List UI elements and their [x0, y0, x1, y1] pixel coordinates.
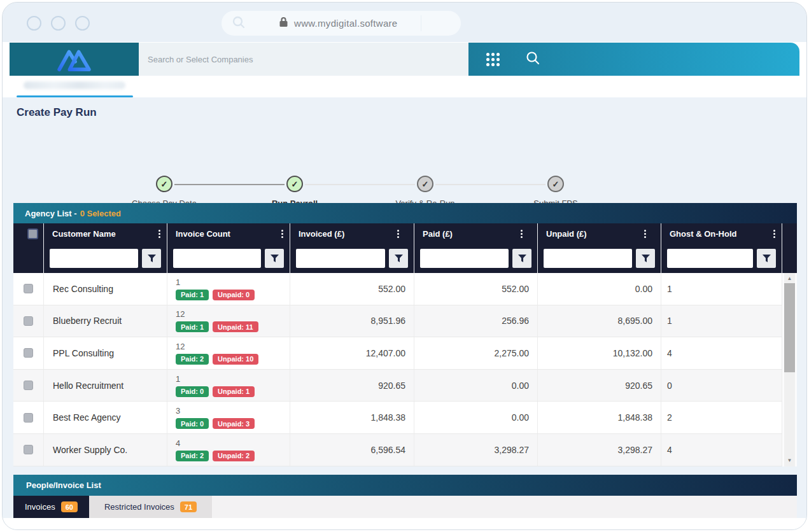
filter-button-invoiced[interactable] — [389, 249, 408, 268]
filter-input-customer-name[interactable] — [50, 249, 138, 268]
step-check-icon: ✓ — [156, 176, 172, 192]
column-menu-icon[interactable] — [158, 230, 160, 238]
column-header-invoice-count[interactable]: Invoice Count — [167, 223, 290, 244]
filter-button-paid[interactable] — [512, 249, 531, 268]
browser-window: www.mydigital.software Search or Select … — [2, 2, 807, 530]
tab-invoices[interactable]: Invoices 60 — [13, 496, 89, 518]
address-bar[interactable]: www.mydigital.software — [222, 11, 461, 36]
filter-input-paid[interactable] — [420, 249, 509, 268]
filter-input-unpaid[interactable] — [544, 249, 632, 268]
filter-button-customer-name[interactable] — [142, 249, 161, 268]
paid-badge: Paid: 0 — [176, 418, 209, 429]
table-row[interactable]: Worker Supply Co. 4 Paid: 2Unpaid: 2 6,5… — [13, 434, 782, 466]
scroll-up-icon[interactable]: ▲ — [784, 274, 795, 283]
agency-list-header: Agency List - 0 Selected — [13, 203, 797, 223]
column-header-paid[interactable]: Paid (£) — [414, 223, 538, 244]
filter-input-invoiced[interactable] — [296, 249, 385, 268]
company-search-input[interactable]: Search or Select Companies — [139, 43, 468, 76]
filter-input-ghost-onhold[interactable] — [667, 249, 753, 268]
unpaid-badge: Unpaid: 0 — [213, 290, 255, 300]
row-checkbox[interactable] — [24, 445, 33, 454]
table-row[interactable]: Best Rec Agency 3 Paid: 0Unpaid: 3 1,848… — [13, 402, 782, 434]
step-check-icon: ✓ — [417, 176, 433, 192]
step-check-icon: ✓ — [547, 176, 564, 192]
app-header: Search or Select Companies — [10, 43, 799, 76]
column-header-invoiced[interactable]: Invoiced (£) — [290, 223, 414, 244]
column-menu-icon[interactable] — [644, 230, 646, 238]
browser-chrome: www.mydigital.software — [3, 3, 806, 42]
row-checkbox[interactable] — [24, 348, 33, 358]
invoices-count-badge: 60 — [61, 501, 78, 512]
agency-list-panel: Agency List - 0 Selected Customer Name I… — [13, 203, 797, 466]
table-row[interactable]: Hello Recruitment 1 Paid: 0Unpaid: 1 920… — [13, 370, 782, 402]
unpaid-badge: Unpaid: 3 — [213, 418, 255, 429]
page-content: Create Pay Run ✓ Choose Pay Date ✓ Run P… — [3, 97, 806, 529]
address-bar-divider — [421, 15, 421, 31]
address-search-icon — [232, 15, 246, 32]
scroll-down-icon[interactable]: ▼ — [784, 456, 795, 465]
apps-grid-icon[interactable] — [486, 53, 500, 66]
column-menu-icon[interactable] — [281, 230, 283, 238]
filter-input-invoice-count[interactable] — [173, 249, 261, 268]
nav-tab-strip — [10, 76, 799, 97]
paid-badge: Paid: 0 — [176, 386, 209, 397]
row-checkbox[interactable] — [24, 316, 33, 326]
search-icon[interactable] — [525, 50, 540, 68]
step-check-icon: ✓ — [286, 176, 303, 192]
url-text: www.mydigital.software — [294, 18, 397, 29]
filter-button-ghost-onhold[interactable] — [757, 249, 776, 268]
active-nav-tab-redacted[interactable] — [24, 81, 125, 89]
filter-button-invoice-count[interactable] — [265, 249, 284, 268]
table-filter-row — [13, 244, 797, 273]
window-minimize-button[interactable] — [51, 16, 66, 31]
company-search-placeholder: Search or Select Companies — [148, 55, 253, 64]
lock-icon — [279, 17, 288, 30]
page-title: Create Pay Run — [17, 106, 97, 119]
table-row[interactable]: Rec Consulting 1 Paid: 1Unpaid: 0 552.00… — [13, 273, 782, 305]
payrun-stepper: ✓ Choose Pay Date ✓ Run Payroll ✓ Verify… — [3, 134, 806, 180]
column-menu-icon[interactable] — [773, 230, 775, 238]
table-body: Rec Consulting 1 Paid: 1Unpaid: 0 552.00… — [13, 273, 797, 466]
unpaid-badge: Unpaid: 10 — [213, 354, 258, 365]
tab-restricted-invoices[interactable]: Restricted Invoices 71 — [89, 496, 212, 518]
paid-badge: Paid: 2 — [176, 354, 209, 365]
column-menu-icon[interactable] — [521, 230, 523, 238]
table-scrollbar[interactable]: ▲ ▼ — [782, 273, 797, 466]
window-zoom-button[interactable] — [75, 16, 90, 31]
table-row[interactable]: Blueberry Recruit 12 Paid: 1Unpaid: 11 8… — [13, 305, 782, 338]
paid-badge: Paid: 1 — [176, 290, 209, 300]
column-header-unpaid[interactable]: Unpaid (£) — [538, 223, 661, 244]
paid-badge: Paid: 1 — [176, 321, 209, 332]
app-logo[interactable] — [10, 43, 139, 76]
window-close-button[interactable] — [27, 16, 41, 31]
selected-count: 0 Selected — [80, 209, 121, 218]
unpaid-badge: Unpaid: 1 — [213, 386, 255, 397]
row-checkbox[interactable] — [24, 284, 33, 293]
paid-badge: Paid: 2 — [176, 451, 209, 461]
restricted-invoices-count-badge: 71 — [180, 501, 197, 512]
row-checkbox[interactable] — [24, 413, 33, 423]
filter-button-unpaid[interactable] — [636, 249, 655, 268]
invoice-tabs: Invoices 60 Restricted Invoices 71 — [13, 496, 797, 518]
select-all-checkbox[interactable] — [27, 228, 38, 239]
unpaid-badge: Unpaid: 11 — [213, 321, 258, 332]
bottom-spacer — [3, 518, 806, 529]
agency-list-title: Agency List - — [25, 209, 77, 218]
scrollbar-thumb[interactable] — [784, 283, 795, 372]
row-checkbox[interactable] — [24, 381, 33, 390]
column-header-customer-name[interactable]: Customer Name — [44, 223, 167, 244]
table-row[interactable]: PPL Consulting 12 Paid: 2Unpaid: 10 12,4… — [13, 337, 782, 370]
header-toolbar — [468, 43, 799, 76]
table-header-row: Customer Name Invoice Count Invoiced (£)… — [13, 223, 797, 244]
column-header-ghost-onhold[interactable]: Ghost & On-Hold — [661, 223, 782, 244]
people-invoice-list-header: People/Invoice List — [13, 475, 797, 496]
unpaid-badge: Unpaid: 2 — [213, 451, 255, 461]
mountain-logo-icon — [57, 46, 92, 72]
column-menu-icon[interactable] — [397, 230, 399, 238]
